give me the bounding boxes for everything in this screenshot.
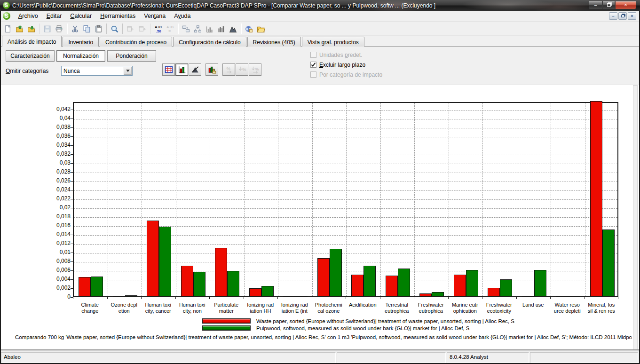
cut-button[interactable] bbox=[69, 23, 81, 35]
tab-vista-gral-productos[interactable]: Vista gral. productos bbox=[302, 37, 364, 47]
bar-series1-cat14 bbox=[522, 296, 534, 296]
vertical-grid-line bbox=[585, 103, 585, 296]
menu-archivo[interactable]: Archivo bbox=[14, 11, 42, 21]
y-axis-tick-label: 0,036 bbox=[41, 133, 71, 139]
bar-series1-cat13 bbox=[488, 288, 500, 296]
network-button[interactable] bbox=[180, 23, 192, 35]
tree-button[interactable] bbox=[192, 23, 204, 35]
controls-area: CaracterizaciónNormalizaciónPonderación … bbox=[1, 47, 639, 85]
percent-down-button: % bbox=[236, 63, 248, 76]
x-axis-tick-mark bbox=[380, 297, 380, 299]
simapro-logo-icon: S bbox=[3, 12, 10, 20]
calculate-button[interactable]: A+C.50 bbox=[152, 23, 164, 35]
import-icon bbox=[27, 25, 35, 33]
svg-text:%: % bbox=[255, 67, 259, 71]
find-button[interactable] bbox=[109, 23, 120, 35]
y-axis-tick-label: 0,012 bbox=[41, 240, 71, 246]
vertical-grid-line bbox=[517, 103, 517, 296]
legend-color-chip bbox=[202, 318, 251, 324]
import-button[interactable] bbox=[25, 23, 37, 35]
mdi-close-button[interactable]: × bbox=[628, 12, 636, 20]
minimize-button[interactable]: – bbox=[589, 1, 602, 9]
status-section-4 bbox=[530, 352, 638, 363]
app-icon: S bbox=[3, 2, 10, 9]
horizontal-grid-line bbox=[74, 164, 617, 164]
open-button[interactable] bbox=[14, 23, 25, 35]
chart-large-button[interactable] bbox=[215, 23, 227, 35]
bar-series2-cat11 bbox=[432, 292, 444, 296]
skip-categories-value: Nunca bbox=[62, 68, 124, 74]
x-axis-tick-mark bbox=[277, 297, 278, 299]
horizontal-grid-line bbox=[74, 173, 617, 173]
ponderaci-n-button[interactable]: Ponderación bbox=[107, 50, 156, 62]
vertical-grid-line bbox=[142, 103, 142, 296]
y-axis-tick-label: 0 bbox=[41, 293, 71, 300]
triangle-view-button[interactable] bbox=[189, 63, 201, 76]
bar-series1-cat5 bbox=[215, 248, 227, 296]
legend-item: Waste paper, sorted {Europe without Swit… bbox=[202, 317, 514, 324]
x-axis-tick-mark bbox=[209, 297, 210, 299]
status-section-3: 8.0.4.28 Analyst bbox=[447, 352, 529, 363]
skip-categories-select[interactable]: Nunca bbox=[61, 66, 133, 76]
panel-right-strip bbox=[633, 85, 638, 351]
vertical-grid-line bbox=[210, 103, 210, 296]
new-document-button[interactable] bbox=[2, 23, 14, 35]
copy-button[interactable] bbox=[81, 23, 93, 35]
stacked-bar-button[interactable] bbox=[205, 63, 218, 76]
paste-button[interactable] bbox=[93, 23, 104, 35]
tab-contribuci-n-de-proceso[interactable]: Contribución de proceso bbox=[100, 37, 172, 47]
menu-ventana[interactable]: Ventana bbox=[140, 11, 170, 21]
unchecked-checkbox-icon bbox=[310, 71, 316, 78]
table-view-button[interactable] bbox=[162, 63, 175, 76]
y-axis-tick-label: 0,028 bbox=[41, 168, 71, 175]
horizontal-grid-line bbox=[74, 190, 617, 191]
close-button[interactable]: × bbox=[615, 1, 636, 9]
window-copy-icon bbox=[126, 25, 134, 33]
bar-series1-cat6 bbox=[249, 288, 261, 296]
checkbox-excluir-largo-plazo[interactable]: Excluir largo plazo bbox=[310, 60, 382, 70]
skip-categories-label: Omitir categorías bbox=[6, 68, 48, 74]
mdi-minimize-button[interactable]: – bbox=[609, 12, 617, 20]
mdi-restore-button[interactable] bbox=[618, 12, 627, 20]
svg-text:.50: .50 bbox=[156, 29, 162, 32]
normalizaci-n-button[interactable]: Normalización bbox=[56, 50, 105, 62]
tab-configuraci-n-de-c-lculo[interactable]: Configuración de cálculo bbox=[173, 37, 246, 47]
bar-series2-cat13 bbox=[500, 279, 512, 296]
combo-dropdown-button[interactable] bbox=[124, 67, 132, 75]
checkbox-por-categor-a-de-impacto: Por categoría de impacto bbox=[310, 70, 382, 79]
y-axis-tick-label: 0,01 bbox=[41, 249, 71, 255]
tab-an-lisis-de-impacto[interactable]: Análisis de impacto bbox=[2, 36, 62, 47]
restore-button[interactable] bbox=[602, 1, 615, 9]
x-axis-tick-mark bbox=[346, 297, 346, 299]
save-button bbox=[41, 23, 53, 35]
toolbar-separator bbox=[122, 24, 123, 34]
category-label: Mineral, fos sil & ren res bbox=[582, 302, 622, 314]
bar-series1-cat1 bbox=[79, 277, 91, 296]
table-view-icon bbox=[165, 65, 173, 74]
chart-legend: Waste paper, sorted {Europe without Swit… bbox=[202, 317, 514, 332]
checked-checkbox-icon[interactable] bbox=[310, 62, 316, 68]
horizontal-grid-line bbox=[74, 146, 617, 146]
bar-series2-cat16 bbox=[602, 229, 615, 297]
internet-button[interactable] bbox=[243, 23, 255, 35]
window-copy-button bbox=[125, 23, 136, 35]
vertical-grid-line bbox=[108, 103, 108, 296]
print-button[interactable] bbox=[53, 23, 65, 35]
tab-revisiones-405-[interactable]: Revisiones (405) bbox=[247, 37, 301, 47]
chart-small-button[interactable] bbox=[204, 23, 215, 35]
menu-calcular[interactable]: Calcular bbox=[66, 11, 96, 21]
tab-inventario[interactable]: Inventario bbox=[63, 37, 99, 47]
projects-button[interactable] bbox=[255, 23, 267, 35]
menu-editar[interactable]: Editar bbox=[42, 11, 66, 21]
compare-icon: A+B= bbox=[166, 25, 174, 33]
montecarlo-button[interactable] bbox=[227, 23, 239, 35]
bar-series2-cat15 bbox=[568, 296, 580, 296]
menu-herramientas[interactable]: Herramientas bbox=[96, 11, 140, 21]
caracterizaci-n-button[interactable]: Caracterización bbox=[6, 50, 55, 62]
projects-icon bbox=[257, 25, 265, 33]
x-axis-tick-mark bbox=[73, 297, 73, 299]
bar-chart-view-icon bbox=[178, 65, 186, 74]
status-section-2 bbox=[337, 352, 446, 363]
bar-chart-view-button[interactable] bbox=[175, 63, 188, 76]
menu-ayuda[interactable]: Ayuda bbox=[170, 11, 195, 21]
